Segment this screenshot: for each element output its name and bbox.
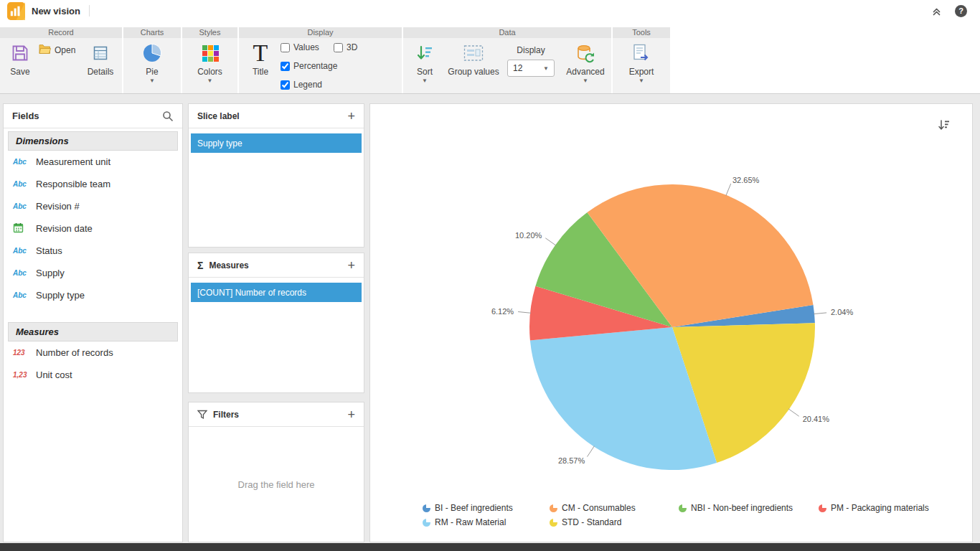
help-icon[interactable]: ? (955, 5, 967, 17)
pie-percentage-label: 32.65% (732, 176, 760, 184)
pie-chart-type-button[interactable]: Pie ▼ (123, 41, 181, 83)
filters-panel: Filters + Drag the field here (188, 402, 364, 542)
field-supply[interactable]: Abc Supply (4, 262, 182, 284)
legend-checkbox-input[interactable] (281, 80, 290, 90)
field-label: Status (36, 245, 62, 256)
save-button[interactable]: Save (4, 41, 36, 77)
add-slice-label-button[interactable]: + (347, 110, 355, 123)
add-filter-button[interactable]: + (347, 408, 355, 421)
pie-label-leader (588, 446, 595, 457)
app-logo-icon (7, 2, 25, 20)
chevron-down-icon: ▼ (422, 78, 428, 83)
percentage-checkbox[interactable]: Percentage (281, 61, 337, 71)
threed-checkbox[interactable]: 3D (334, 42, 357, 52)
chevron-down-icon: ▼ (639, 78, 644, 83)
chevron-down-icon: ▼ (149, 78, 155, 83)
advanced-label: Advanced (566, 67, 604, 77)
legend-pie-icon (819, 504, 826, 512)
decimal-type-icon: 1,23 (13, 371, 32, 379)
pie-percentage-label: 28.57% (558, 456, 585, 465)
filters-drop-zone[interactable]: Drag the field here (189, 427, 364, 542)
add-measure-button[interactable]: + (347, 259, 355, 272)
title-button-label: Title (253, 67, 268, 77)
pie-label-leader (726, 184, 731, 196)
group-values-button[interactable]: Group values (445, 41, 502, 77)
field-label: Number of records (36, 347, 113, 358)
colors-button[interactable]: Colors ▼ (182, 41, 237, 83)
filters-title: Filters (213, 410, 239, 420)
threed-checkbox-label: 3D (347, 42, 357, 52)
chevron-down-icon: ▼ (207, 78, 213, 83)
collapse-ribbon-icon[interactable] (931, 6, 942, 17)
ribbon-group-tools: Tools Export ▼ (613, 27, 670, 93)
measure-chip-count-records[interactable]: [COUNT] Number of records (191, 283, 362, 302)
field-label: Revision date (36, 223, 93, 234)
legend-pie-icon (679, 504, 687, 512)
legend-checkbox[interactable]: Legend (281, 80, 322, 90)
advanced-button[interactable]: Advanced ▼ (564, 41, 607, 83)
pie-chart-icon (141, 41, 163, 65)
save-label: Save (10, 67, 29, 77)
measures-section-header: Measures (8, 322, 178, 342)
display-caption: Display (507, 45, 555, 55)
measures-panel: Σ Measures + [COUNT] Number of records (188, 253, 364, 393)
field-status[interactable]: Abc Status (4, 240, 182, 262)
legend-label: STD - Standard (562, 517, 621, 527)
pie-percentage-label: 2.04% (831, 308, 853, 316)
pie-label-leader (518, 312, 531, 314)
title-text-icon: T (253, 41, 268, 65)
ribbon-group-charts-label: Charts (123, 27, 181, 38)
values-checkbox[interactable]: Values (281, 42, 319, 52)
group-values-icon (463, 41, 484, 65)
text-type-icon: Abc (13, 202, 32, 210)
values-checkbox-input[interactable] (281, 43, 290, 52)
threed-checkbox-input[interactable] (334, 43, 343, 52)
export-button[interactable]: Export ▼ (613, 41, 670, 83)
text-type-icon: Abc (13, 247, 32, 255)
title-divider (89, 5, 90, 17)
measures-title: Measures (209, 260, 248, 270)
ribbon-group-tools-label: Tools (613, 27, 670, 38)
legend-item-cm[interactable]: CM - Consumables (550, 503, 679, 513)
legend-item-nbi[interactable]: NBI - Non-beef ingredients (679, 503, 819, 513)
legend-item-bi[interactable]: BI - Beef ingredients (423, 503, 550, 513)
pie-percentage-label: 6.12% (491, 307, 514, 316)
legend-item-rm[interactable]: RM - Raw Material (423, 517, 550, 527)
field-revision-number[interactable]: Abc Revision # (4, 195, 182, 217)
field-number-of-records[interactable]: 123 Number of records (4, 342, 182, 364)
dimensions-section-header: Dimensions (8, 131, 178, 151)
ribbon-group-record: Record Save (0, 27, 122, 93)
fields-panel: Fields Dimensions Abc Measurement unit A… (3, 103, 183, 542)
pie-label-leader (788, 409, 799, 416)
text-type-icon: Abc (13, 180, 32, 188)
field-supply-type[interactable]: Abc Supply type (4, 284, 182, 306)
details-button[interactable]: Details (82, 41, 119, 77)
field-measurement-unit[interactable]: Abc Measurement unit (4, 151, 182, 173)
chart-legend: BI - Beef ingredientsCM - ConsumablesNBI… (423, 503, 961, 527)
percentage-checkbox-input[interactable] (281, 62, 290, 71)
database-refresh-icon (575, 41, 595, 65)
title-toggle-button[interactable]: T Title (246, 41, 275, 77)
field-responsible-team[interactable]: Abc Responsible team (4, 173, 182, 195)
pie-chart: 2.04%20.41%28.57%6.12%10.20%32.65% (370, 104, 972, 500)
titlebar: New vision ? (0, 0, 980, 22)
sort-button[interactable]: Sort ▼ (409, 41, 440, 83)
pie-label-leader (545, 238, 556, 245)
ribbon-group-display-label: Display (239, 27, 402, 38)
slice-label-chip-supply-type[interactable]: Supply type (191, 133, 362, 153)
search-icon[interactable] (162, 110, 174, 122)
display-count-select[interactable]: 12 ▼ (507, 60, 555, 77)
legend-label: NBI - Non-beef ingredients (691, 503, 793, 513)
field-unit-cost[interactable]: 1,23 Unit cost (4, 364, 182, 386)
pie-percentage-label: 10.20% (515, 231, 542, 240)
sigma-icon: Σ (197, 260, 203, 271)
legend-item-std[interactable]: STD - Standard (550, 517, 679, 527)
legend-pie-icon (550, 504, 557, 512)
legend-item-pm[interactable]: PM - Packaging materials (819, 503, 961, 513)
sort-label: Sort (417, 67, 433, 77)
chevron-down-icon: ▼ (583, 78, 588, 83)
chevron-down-icon: ▼ (543, 66, 549, 71)
open-button[interactable]: Open (39, 44, 75, 56)
field-revision-date[interactable]: Revision date (4, 217, 182, 240)
calendar-icon (13, 222, 32, 235)
